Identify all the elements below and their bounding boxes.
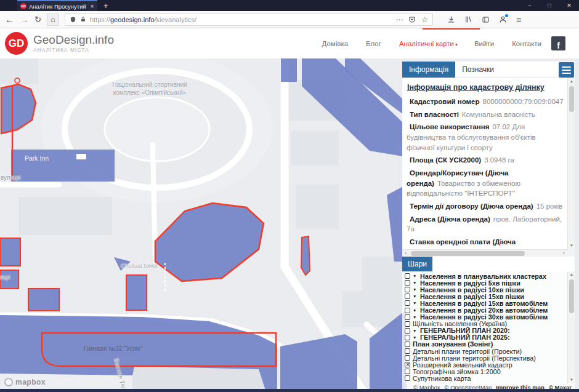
- tab-title: Аналітик Просунутий 2019 Бе: [29, 3, 87, 10]
- nav-link[interactable]: Аналітичні карти▾: [399, 40, 458, 47]
- layer-row[interactable]: ▼ Детальні плани території (Перспектива): [405, 354, 567, 361]
- site-title[interactable]: GeoDesign.info: [33, 34, 114, 46]
- info-horizontal-scrollbar[interactable]: ‹ ›: [402, 249, 567, 257]
- layer-checkbox[interactable]: [405, 328, 410, 334]
- layer-row[interactable]: ▼ Населення в радіусі 5хв пішки: [405, 279, 567, 286]
- layer-row[interactable]: ▼ ГЕНЕРАЛЬНИЙ ПЛАН 2025:: [405, 334, 567, 341]
- layer-checkbox[interactable]: [405, 342, 410, 347]
- layer-row[interactable]: ▼ Населення в планувальних кластерах: [405, 273, 567, 279]
- nav-link[interactable]: Контакти: [512, 40, 543, 47]
- layer-checkbox[interactable]: [405, 335, 410, 340]
- layer-row[interactable]: ▼ Супутникова карта: [405, 375, 567, 382]
- url-text[interactable]: https://geodesign.info/kievanalytics/: [90, 16, 392, 23]
- window-maximize-icon[interactable]: □: [540, 0, 559, 11]
- nav-link[interactable]: Блог: [366, 40, 383, 47]
- new-tab-button[interactable]: +: [97, 0, 115, 11]
- layer-checkbox[interactable]: [405, 273, 410, 279]
- scroll-up-icon[interactable]: ▲: [568, 78, 575, 85]
- layer-caret-icon[interactable]: ▼: [413, 274, 418, 278]
- layers-tab[interactable]: Шари: [402, 257, 432, 271]
- tracking-shield-icon[interactable]: [70, 16, 76, 23]
- layer-checkbox[interactable]: [405, 355, 410, 361]
- layer-checkbox[interactable]: [405, 369, 410, 374]
- layer-checkbox[interactable]: [405, 314, 410, 320]
- layer-caret-icon[interactable]: ▼: [413, 329, 418, 333]
- tab-favicon-icon: GD: [20, 3, 26, 9]
- back-icon[interactable]: ←: [5, 15, 14, 24]
- reload-icon[interactable]: ↻: [34, 15, 41, 23]
- layer-checkbox[interactable]: [405, 294, 410, 299]
- layer-checkbox[interactable]: [405, 300, 410, 306]
- layer-row[interactable]: ▼ ГЕНЕРАЛЬНИЙ ПЛАН 2020:: [405, 327, 567, 334]
- window-controls: − □ ✕: [520, 0, 579, 11]
- scrollbar-thumb[interactable]: [411, 251, 525, 256]
- panel-menu-button[interactable]: [559, 62, 574, 78]
- map-label: Гімназія №32 "Успіх": [84, 345, 143, 352]
- downloads-icon[interactable]: [447, 15, 455, 23]
- info-panel: Інформація Позначки Інформація про кадас…: [402, 62, 575, 391]
- layer-caret-icon[interactable]: ▼: [413, 301, 418, 305]
- layer-caret-icon[interactable]: ▼: [413, 308, 418, 313]
- layer-caret-icon[interactable]: ▼: [413, 287, 418, 292]
- scroll-up-icon[interactable]: ▲: [568, 271, 575, 278]
- layer-row[interactable]: ▼ План зонування (Зонінг): [405, 341, 567, 348]
- pocket-icon[interactable]: [408, 16, 416, 23]
- scroll-right-icon[interactable]: ›: [560, 250, 567, 257]
- layer-row[interactable]: ▼ Населення в радіусі 30хв автомобілем: [405, 314, 567, 321]
- info-row-label: Термін дії договору (Діюча оренда): [410, 202, 533, 210]
- layers-vertical-scrollbar[interactable]: ▲ ▼: [567, 271, 575, 383]
- home-icon[interactable]: ⌂: [47, 14, 59, 26]
- layer-row[interactable]: ▼ Щільність населення (Україна): [405, 321, 567, 327]
- layer-caret-icon[interactable]: ▼: [413, 315, 418, 319]
- layer-checkbox[interactable]: [405, 362, 410, 367]
- scroll-left-icon[interactable]: ‹: [402, 250, 410, 257]
- browser-toolbar: ← → ↻ ⌂ https://geodesign.info/kievanaly…: [0, 11, 579, 28]
- scrollbar-thumb[interactable]: [569, 279, 574, 313]
- nav-link[interactable]: Вийти: [474, 40, 495, 47]
- map-label: Chelsea tower: [121, 262, 158, 269]
- layer-caret-icon[interactable]: ▼: [413, 335, 418, 340]
- info-vertical-scrollbar[interactable]: ▲ ▼: [567, 78, 575, 249]
- mapbox-logo[interactable]: mapbox: [4, 378, 46, 386]
- account-icon[interactable]: [499, 15, 507, 23]
- layer-row[interactable]: ▼ Населення в радіусі 15хв автомобілем: [405, 300, 567, 306]
- scroll-down-icon[interactable]: ▼: [568, 377, 575, 383]
- layer-row[interactable]: ▼ Розширений земельний кадастр: [405, 361, 567, 368]
- forward-icon[interactable]: →: [20, 15, 29, 24]
- sidebar-icon[interactable]: [482, 16, 490, 23]
- layer-row[interactable]: ▼ Населення в радіусі 15хв пішки: [405, 293, 567, 300]
- window-minimize-icon[interactable]: −: [520, 0, 540, 11]
- facebook-icon[interactable]: f: [551, 36, 565, 50]
- layer-caret-icon[interactable]: ▼: [413, 281, 418, 285]
- scroll-down-icon[interactable]: ▼: [568, 242, 575, 249]
- menu-icon[interactable]: ≡: [516, 15, 521, 24]
- info-row: Термін дії договору (Діюча оренда)15 рок…: [407, 201, 564, 212]
- layer-checkbox[interactable]: [405, 375, 410, 381]
- window-close-icon[interactable]: ✕: [559, 0, 579, 11]
- layer-checkbox[interactable]: [405, 287, 410, 292]
- browser-tab[interactable]: GD Аналітик Просунутий 2019 Бе ✕: [17, 0, 97, 11]
- layer-checkbox[interactable]: [405, 308, 410, 313]
- bookmark-star-icon[interactable]: ☆: [421, 15, 428, 24]
- tab-close-icon[interactable]: ✕: [90, 4, 94, 9]
- parcel-info-box: Інформація про кадастрову ділянку Кадаст…: [402, 78, 575, 257]
- page-actions-icon[interactable]: ⋯: [395, 15, 403, 24]
- url-bar[interactable]: https://geodesign.info/kievanalytics/ ⋯ …: [65, 13, 433, 26]
- scrollbar-thumb[interactable]: [569, 86, 574, 112]
- nav-caret-icon: ▾: [455, 42, 458, 47]
- nav-link[interactable]: Домівка: [322, 40, 350, 47]
- layer-caret-icon[interactable]: ▼: [413, 294, 418, 298]
- layer-row[interactable]: ▼ Топографічна зйомка 1:2000: [405, 368, 567, 375]
- layer-checkbox[interactable]: [405, 321, 410, 327]
- layer-row[interactable]: ▼ Детальні плани території (Проекти): [405, 348, 567, 354]
- layer-row[interactable]: ▼ Населення в радіусі 20хв автомобілем: [405, 306, 567, 313]
- layer-checkbox[interactable]: [405, 348, 410, 354]
- layer-row[interactable]: ▼ Населення в радіусі 10хв пішки: [405, 286, 567, 293]
- panel-tab[interactable]: Інформація: [402, 62, 455, 78]
- layer-checkbox[interactable]: [405, 280, 410, 286]
- library-icon[interactable]: [464, 15, 472, 23]
- site-logo[interactable]: GD: [5, 32, 28, 55]
- page-footer-strip: [0, 389, 579, 392]
- parcel-info-title: Інформація про кадастрову ділянку: [407, 83, 564, 92]
- panel-tab[interactable]: Позначки: [455, 62, 501, 78]
